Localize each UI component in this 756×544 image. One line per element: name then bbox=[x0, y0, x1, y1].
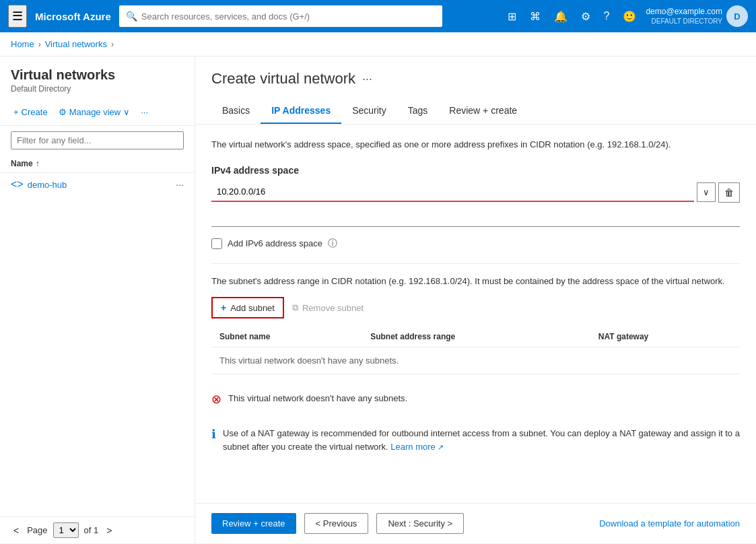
ipv6-label[interactable]: Add IPv6 address space bbox=[228, 238, 322, 248]
network-icon: <> bbox=[11, 178, 24, 191]
col-name-label: Name bbox=[11, 159, 33, 168]
user-info: demo@example.com DEFAULT DIRECTORY bbox=[646, 7, 722, 26]
sidebar-title: Virtual networks bbox=[11, 67, 184, 83]
chevron-down-icon: ∨ bbox=[123, 107, 130, 117]
ipv4-label: IPv4 address space bbox=[211, 165, 740, 176]
ipv6-checkbox-row: Add IPv6 address space ⓘ bbox=[211, 238, 740, 250]
add-subnet-plus-icon: + bbox=[221, 302, 226, 313]
previous-button[interactable]: < Previous bbox=[304, 513, 369, 534]
cloud-shell-button[interactable]: ⌘ bbox=[526, 7, 545, 26]
sidebar-item-demo-hub[interactable]: <> demo-hub ··· bbox=[0, 173, 195, 196]
user-directory: DEFAULT DIRECTORY bbox=[646, 17, 722, 26]
ipv4-extra-input[interactable] bbox=[211, 208, 740, 227]
search-input[interactable] bbox=[141, 11, 436, 22]
search-box: 🔍 bbox=[119, 5, 442, 27]
sidebar-actions: + Create ⚙ Manage view ∨ ··· bbox=[0, 99, 195, 126]
manage-view-button[interactable]: ⚙ Manage view ∨ bbox=[56, 104, 133, 120]
breadcrumb-sep-2: › bbox=[111, 40, 114, 49]
panel-body: The virtual network's address space, spe… bbox=[195, 125, 756, 503]
tab-bar: Basics IP Addresses Security Tags Review… bbox=[211, 98, 740, 124]
page-select[interactable]: 1 bbox=[53, 522, 79, 538]
app-title: Microsoft Azure bbox=[35, 11, 111, 22]
avatar: D bbox=[726, 5, 748, 27]
subnet-actions: + Add subnet ⧉ Remove subnet bbox=[211, 297, 740, 318]
ipv6-checkbox[interactable] bbox=[211, 238, 222, 249]
notification-button[interactable]: 🔔 bbox=[550, 7, 572, 26]
alert-info-text: Use of a NAT gateway is recommended for … bbox=[223, 427, 740, 453]
manage-view-label: Manage view bbox=[69, 107, 121, 117]
page-label: Page bbox=[27, 525, 47, 535]
ipv6-info-icon[interactable]: ⓘ bbox=[328, 238, 337, 250]
subnet-empty-row: This virtual network doesn't have any su… bbox=[211, 347, 740, 374]
help-button[interactable]: ? bbox=[600, 7, 614, 25]
remove-subnet-copy-icon: ⧉ bbox=[292, 302, 298, 313]
panel-title: Create virtual network bbox=[211, 70, 355, 88]
panel-footer: Review + create < Previous Next : Securi… bbox=[195, 503, 756, 543]
settings-icon: ⚙ bbox=[59, 107, 67, 117]
review-create-button[interactable]: Review + create bbox=[211, 513, 296, 534]
tab-review-create[interactable]: Review + create bbox=[438, 98, 528, 124]
add-subnet-button[interactable]: + Add subnet bbox=[211, 297, 284, 318]
subnet-table: Subnet name Subnet address range NAT gat… bbox=[211, 327, 740, 374]
sidebar-header: Virtual networks Default Directory bbox=[0, 57, 195, 99]
main-layout: Virtual networks Default Directory + Cre… bbox=[0, 57, 756, 543]
sidebar-subtitle: Default Directory bbox=[11, 84, 184, 94]
subnet-table-body: This virtual network doesn't have any su… bbox=[211, 347, 740, 374]
prev-page-button[interactable]: < bbox=[11, 524, 22, 537]
subnet-col-range: Subnet address range bbox=[362, 327, 590, 347]
tab-ip-addresses[interactable]: IP Addresses bbox=[261, 98, 341, 124]
subnet-description: The subnet's address range in CIDR notat… bbox=[211, 275, 740, 288]
hamburger-menu-button[interactable]: ☰ bbox=[8, 5, 27, 28]
sidebar: Virtual networks Default Directory + Cre… bbox=[0, 57, 195, 543]
search-icon: 🔍 bbox=[126, 11, 137, 22]
sidebar-item-content: <> demo-hub bbox=[11, 178, 67, 191]
topnav-icon-group: ⊞ ⌘ 🔔 ⚙ ? 🙂 demo@example.com DEFAULT DIR… bbox=[504, 5, 748, 27]
ip-description: The virtual network's address space, spe… bbox=[211, 138, 740, 151]
page-of-label: of 1 bbox=[84, 525, 99, 535]
subnet-empty-message: This virtual network doesn't have any su… bbox=[211, 347, 740, 374]
alert-error-text: This virtual network doesn't have any su… bbox=[228, 392, 407, 405]
info-circle-icon: ℹ bbox=[211, 427, 216, 442]
ipv4-address-input[interactable] bbox=[211, 182, 694, 202]
content-panel: Create virtual network ··· Basics IP Add… bbox=[195, 57, 756, 543]
sidebar-item-ellipsis[interactable]: ··· bbox=[176, 179, 184, 190]
next-page-button[interactable]: > bbox=[104, 524, 114, 537]
create-label: Create bbox=[22, 107, 48, 117]
download-template-link[interactable]: Download a template for automation bbox=[599, 518, 740, 529]
user-menu[interactable]: demo@example.com DEFAULT DIRECTORY D bbox=[646, 5, 748, 27]
portal-button[interactable]: ⊞ bbox=[504, 7, 520, 26]
learn-more-link[interactable]: Learn more ↗ bbox=[390, 442, 444, 452]
remove-subnet-label: Remove subnet bbox=[302, 303, 364, 313]
ipv4-dropdown-button[interactable]: ∨ bbox=[697, 182, 716, 202]
divider bbox=[211, 263, 740, 264]
breadcrumb-home[interactable]: Home bbox=[11, 39, 34, 49]
add-subnet-label: Add subnet bbox=[230, 303, 275, 313]
error-circle-icon: ⊗ bbox=[211, 392, 221, 407]
subnet-header-row: Subnet name Subnet address range NAT gat… bbox=[211, 327, 740, 347]
create-button[interactable]: + Create bbox=[11, 104, 50, 120]
alert-info: ℹ Use of a NAT gateway is recommended fo… bbox=[211, 420, 740, 460]
sidebar-ellipsis-button[interactable]: ··· bbox=[138, 104, 151, 120]
alert-error: ⊗ This virtual network doesn't have any … bbox=[211, 385, 740, 413]
sidebar-footer: < Page 1 of 1 > bbox=[0, 516, 195, 543]
next-security-button[interactable]: Next : Security > bbox=[376, 513, 464, 534]
feedback-button[interactable]: 🙂 bbox=[619, 7, 640, 26]
tab-security[interactable]: Security bbox=[341, 98, 397, 124]
panel-title-row: Create virtual network ··· bbox=[211, 70, 740, 88]
tab-tags[interactable]: Tags bbox=[397, 98, 439, 124]
subnet-col-nat: NAT gateway bbox=[590, 327, 740, 347]
breadcrumb: Home › Virtual networks › bbox=[0, 32, 756, 57]
sidebar-col-header-name: Name ↑ bbox=[0, 155, 195, 173]
tab-basics[interactable]: Basics bbox=[211, 98, 261, 124]
breadcrumb-virtual-networks[interactable]: Virtual networks bbox=[45, 39, 107, 49]
sidebar-filter-input[interactable] bbox=[11, 131, 184, 149]
panel-header: Create virtual network ··· Basics IP Add… bbox=[195, 57, 756, 125]
ipv4-delete-button[interactable]: 🗑 bbox=[718, 182, 740, 203]
settings-button[interactable]: ⚙ bbox=[577, 7, 594, 26]
plus-icon: + bbox=[13, 107, 19, 117]
breadcrumb-sep-1: › bbox=[38, 40, 41, 49]
panel-title-ellipsis[interactable]: ··· bbox=[362, 72, 372, 86]
remove-subnet-button[interactable]: ⧉ Remove subnet bbox=[292, 298, 364, 317]
sort-icon: ↑ bbox=[36, 159, 40, 168]
topnav: ☰ Microsoft Azure 🔍 ⊞ ⌘ 🔔 ⚙ ? 🙂 demo@exa… bbox=[0, 0, 756, 32]
